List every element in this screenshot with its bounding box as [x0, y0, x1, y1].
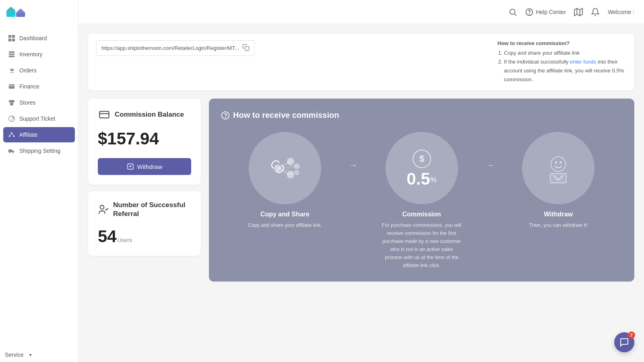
- sidebar-item-label: Inventory: [19, 51, 43, 58]
- sidebar-item-label: Stores: [19, 99, 35, 106]
- arrow-1: →: [349, 132, 358, 171]
- withdraw-label: Withdraw: [137, 163, 163, 170]
- main-content: Help Center Welcome : https://app.shipto…: [78, 0, 644, 362]
- svg-point-20: [13, 136, 15, 137]
- affiliate-link-input[interactable]: https://app.shiptothemoon.com/RetailerLo…: [96, 40, 255, 56]
- help-center-button[interactable]: Help Center: [525, 8, 566, 16]
- help-center-label: Help Center: [536, 9, 566, 15]
- svg-line-47: [277, 168, 290, 175]
- svg-point-41: [274, 165, 281, 172]
- svg-point-26: [510, 9, 515, 14]
- svg-line-21: [10, 134, 12, 136]
- svg-point-17: [11, 120, 12, 121]
- svg-rect-6: [8, 39, 11, 41]
- sidebar-item-label: Finance: [19, 83, 39, 90]
- withdraw-button[interactable]: Withdraw: [98, 158, 191, 175]
- svg-point-45: [294, 170, 299, 175]
- sidebar-item-label: Support Ticket: [19, 115, 56, 122]
- logo[interactable]: [0, 0, 78, 29]
- map-icon[interactable]: [574, 8, 583, 16]
- commission-card: Commission Balance $157.94 Withdraw: [88, 99, 201, 185]
- svg-rect-8: [9, 51, 14, 53]
- svg-marker-1: [6, 6, 15, 10]
- step-withdraw: Withdraw Then, you can withdraw it!: [494, 132, 622, 229]
- step3-title: Withdraw: [544, 211, 573, 218]
- referral-card-title: Number of Successful Referral: [113, 201, 191, 218]
- svg-rect-9: [9, 53, 14, 55]
- chat-bubble[interactable]: 7: [614, 332, 634, 352]
- step1-title: Copy and Share: [260, 211, 310, 218]
- sidebar-item-shipping[interactable]: Shipping Setting: [3, 143, 75, 158]
- chevron-down-icon: ▼: [29, 353, 33, 357]
- step2-title: Commission: [402, 211, 441, 218]
- commission-amount: $157.94: [98, 129, 191, 148]
- sidebar-item-label: Orders: [19, 67, 37, 74]
- sidebar: Dashboard Inventory Orders Finance: [0, 0, 78, 362]
- left-column: Commission Balance $157.94 Withdraw Numb: [88, 99, 201, 255]
- svg-rect-0: [6, 10, 15, 17]
- sidebar-item-affiliate[interactable]: Affiliate: [3, 127, 75, 142]
- how-to-panel: How to receive commission: [209, 99, 634, 282]
- stores-icon: [8, 99, 15, 106]
- svg-line-22: [12, 134, 14, 136]
- step3-desc: Then, you can withdraw it!: [529, 221, 588, 229]
- sidebar-item-inventory[interactable]: Inventory: [3, 47, 75, 62]
- svg-point-44: [294, 163, 300, 169]
- support-icon: [8, 115, 15, 122]
- svg-rect-23: [8, 149, 12, 152]
- svg-point-38: [100, 206, 104, 209]
- svg-rect-55: [550, 174, 566, 183]
- dashboard-icon: [8, 35, 15, 42]
- svg-marker-30: [574, 8, 582, 15]
- service-label: Service: [5, 352, 24, 358]
- notification-icon[interactable]: [591, 8, 600, 16]
- svg-text:$: $: [419, 154, 424, 164]
- svg-point-25: [12, 152, 14, 153]
- affiliate-url-text: https://app.shiptothemoon.com/RetailerLo…: [101, 45, 239, 51]
- sidebar-nav: Dashboard Inventory Orders Finance: [0, 29, 78, 344]
- svg-point-19: [9, 136, 10, 137]
- step-copy-share: Copy and Share Copy and share your affil…: [221, 132, 349, 229]
- referral-card-header: Number of Successful Referral: [98, 201, 191, 218]
- chat-badge: 7: [628, 331, 635, 339]
- search-icon[interactable]: [508, 8, 517, 16]
- sidebar-item-support[interactable]: Support Ticket: [3, 111, 75, 126]
- sidebar-service[interactable]: Service ▼: [0, 348, 78, 362]
- svg-rect-7: [12, 39, 15, 41]
- step1-desc: Copy and share your affiliate link.: [248, 221, 322, 229]
- svg-rect-33: [245, 47, 249, 51]
- step2-circle: $ 0.5%: [386, 132, 458, 204]
- step3-circle: [522, 132, 594, 204]
- welcome-text[interactable]: Welcome :: [608, 9, 634, 15]
- svg-rect-4: [8, 35, 11, 38]
- svg-point-40: [225, 117, 226, 117]
- svg-point-18: [11, 132, 12, 134]
- how-to-step-1: Copy and share your affiliate link: [504, 49, 626, 58]
- sidebar-item-finance[interactable]: Finance: [3, 79, 75, 94]
- step1-circle: [249, 132, 321, 204]
- sidebar-item-dashboard[interactable]: Dashboard: [3, 31, 75, 46]
- referral-card: Number of Successful Referral 54Users: [88, 191, 201, 255]
- svg-marker-3: [16, 8, 25, 12]
- orders-icon: [8, 67, 15, 74]
- sidebar-item-stores[interactable]: Stores: [3, 95, 75, 110]
- svg-rect-15: [10, 103, 13, 105]
- inventory-icon: [8, 51, 15, 58]
- page-body: https://app.shiptothemoon.com/RetailerLo…: [78, 24, 644, 362]
- svg-rect-2: [16, 12, 25, 17]
- affiliate-link-bar: https://app.shiptothemoon.com/RetailerLo…: [88, 34, 634, 90]
- sidebar-item-label: Shipping Setting: [19, 148, 60, 154]
- step2-desc: For purchase commissions, you will recei…: [382, 221, 462, 269]
- copy-icon[interactable]: [242, 44, 250, 52]
- svg-line-27: [515, 14, 517, 16]
- svg-rect-13: [9, 84, 14, 89]
- sidebar-item-orders[interactable]: Orders: [3, 63, 75, 78]
- svg-point-54: [560, 162, 562, 164]
- svg-point-52: [551, 157, 566, 172]
- svg-point-11: [10, 72, 12, 73]
- how-to-info-sidebar: How to receive commission? Copy and shar…: [497, 40, 626, 84]
- bottom-grid: Commission Balance $157.94 Withdraw Numb: [88, 99, 634, 282]
- commission-card-title: Commission Balance: [115, 110, 184, 119]
- svg-rect-5: [12, 35, 15, 38]
- svg-point-12: [12, 72, 14, 73]
